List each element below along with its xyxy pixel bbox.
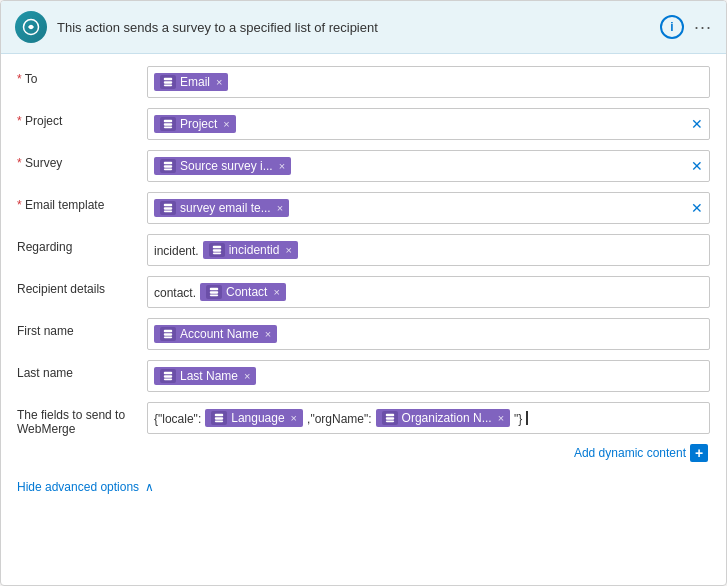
form-body: * To Email × * Project bbox=[1, 54, 726, 470]
survey-clear-btn[interactable]: ✕ bbox=[691, 158, 703, 174]
first-name-field[interactable]: Account Name × bbox=[147, 318, 710, 350]
db-icon bbox=[209, 243, 225, 257]
language-tag-close[interactable]: × bbox=[291, 412, 297, 424]
to-label: * To bbox=[17, 66, 147, 86]
email-template-tag: survey email te... × bbox=[154, 199, 289, 217]
recipient-prefix: contact. bbox=[154, 284, 196, 300]
svg-rect-26 bbox=[215, 417, 223, 420]
survey-tag: Source survey i... × bbox=[154, 157, 291, 175]
first-name-label: First name bbox=[17, 318, 147, 338]
add-dynamic-row: Add dynamic content + bbox=[17, 444, 710, 462]
project-label: * Project bbox=[17, 108, 147, 128]
chevron-up-icon[interactable]: ∧ bbox=[145, 480, 154, 494]
svg-rect-25 bbox=[215, 414, 223, 417]
email-template-clear-btn[interactable]: ✕ bbox=[691, 200, 703, 216]
regarding-tag: incidentid × bbox=[203, 241, 298, 259]
regarding-tag-close[interactable]: × bbox=[285, 244, 291, 256]
to-field[interactable]: Email × bbox=[147, 66, 710, 98]
recipient-details-label: Recipient details bbox=[17, 276, 147, 296]
db-icon bbox=[160, 75, 176, 89]
project-row: * Project Project × ✕ bbox=[17, 108, 710, 142]
db-icon bbox=[206, 285, 222, 299]
email-template-tag-close[interactable]: × bbox=[277, 202, 283, 214]
db-icon bbox=[160, 201, 176, 215]
card-header: This action sends a survey to a specifie… bbox=[1, 1, 726, 54]
svg-rect-13 bbox=[213, 246, 221, 249]
db-icon bbox=[160, 327, 176, 341]
db-icon bbox=[160, 159, 176, 173]
project-tag-close[interactable]: × bbox=[223, 118, 229, 130]
last-name-label: Last name bbox=[17, 360, 147, 380]
webmerge-prefix1: {"locale": bbox=[154, 410, 201, 426]
hide-advanced-section: Hide advanced options ∧ bbox=[1, 470, 726, 506]
last-name-field[interactable]: Last Name × bbox=[147, 360, 710, 392]
recipient-details-tag: Contact × bbox=[200, 283, 286, 301]
svg-rect-1 bbox=[164, 78, 172, 81]
webmerge-row: The fields to send to WebMerge {"locale"… bbox=[17, 402, 710, 436]
project-tag: Project × bbox=[154, 115, 236, 133]
webmerge-tag-language: Language × bbox=[205, 409, 303, 427]
db-icon bbox=[160, 369, 176, 383]
last-name-tag-close[interactable]: × bbox=[244, 370, 250, 382]
first-name-tag: Account Name × bbox=[154, 325, 277, 343]
svg-rect-21 bbox=[164, 337, 172, 339]
project-field[interactable]: Project × ✕ bbox=[147, 108, 710, 140]
svg-rect-22 bbox=[164, 372, 172, 375]
svg-rect-20 bbox=[164, 333, 172, 336]
webmerge-field[interactable]: {"locale": Language × ,"orgName": Organi… bbox=[147, 402, 710, 434]
info-button[interactable]: i bbox=[660, 15, 684, 39]
svg-rect-23 bbox=[164, 375, 172, 378]
webmerge-suffix: "} bbox=[514, 410, 522, 426]
account-name-tag-close[interactable]: × bbox=[265, 328, 271, 340]
survey-tag-close[interactable]: × bbox=[279, 160, 285, 172]
svg-rect-16 bbox=[210, 288, 218, 291]
action-card: This action sends a survey to a specifie… bbox=[0, 0, 727, 586]
db-icon bbox=[211, 411, 227, 425]
svg-rect-14 bbox=[213, 249, 221, 252]
app-icon-svg bbox=[22, 18, 40, 36]
webmerge-label: The fields to send to WebMerge bbox=[17, 402, 147, 436]
svg-rect-24 bbox=[164, 379, 172, 381]
add-dynamic-button[interactable]: + bbox=[690, 444, 708, 462]
recipient-details-row: Recipient details contact. Contact × bbox=[17, 276, 710, 310]
svg-rect-11 bbox=[164, 207, 172, 210]
svg-rect-12 bbox=[164, 211, 172, 213]
more-button[interactable]: ··· bbox=[694, 17, 712, 38]
svg-rect-9 bbox=[164, 169, 172, 171]
regarding-row: Regarding incident. incidentid × bbox=[17, 234, 710, 268]
svg-rect-2 bbox=[164, 81, 172, 84]
add-dynamic-text[interactable]: Add dynamic content bbox=[574, 446, 686, 460]
email-template-field[interactable]: survey email te... × ✕ bbox=[147, 192, 710, 224]
survey-field[interactable]: Source survey i... × ✕ bbox=[147, 150, 710, 182]
svg-rect-28 bbox=[385, 414, 393, 417]
svg-rect-27 bbox=[215, 421, 223, 423]
svg-rect-15 bbox=[213, 253, 221, 255]
email-tag-close[interactable]: × bbox=[216, 76, 222, 88]
svg-rect-29 bbox=[385, 417, 393, 420]
text-cursor bbox=[526, 411, 528, 425]
svg-rect-17 bbox=[210, 291, 218, 294]
webmerge-middle: ,"orgName": bbox=[307, 410, 372, 426]
hide-advanced-text[interactable]: Hide advanced options bbox=[17, 480, 139, 494]
to-tag-email: Email × bbox=[154, 73, 228, 91]
db-icon bbox=[160, 117, 176, 131]
regarding-label: Regarding bbox=[17, 234, 147, 254]
webmerge-tag-org: Organization N... × bbox=[376, 409, 510, 427]
svg-rect-30 bbox=[385, 421, 393, 423]
svg-rect-7 bbox=[164, 162, 172, 165]
svg-rect-3 bbox=[164, 85, 172, 87]
header-title: This action sends a survey to a specifie… bbox=[57, 20, 650, 35]
org-tag-close[interactable]: × bbox=[498, 412, 504, 424]
project-clear-btn[interactable]: ✕ bbox=[691, 116, 703, 132]
survey-label: * Survey bbox=[17, 150, 147, 170]
recipient-details-field[interactable]: contact. Contact × bbox=[147, 276, 710, 308]
app-icon bbox=[15, 11, 47, 43]
to-row: * To Email × bbox=[17, 66, 710, 100]
svg-rect-5 bbox=[164, 123, 172, 126]
last-name-row: Last name Last Name × bbox=[17, 360, 710, 394]
regarding-field[interactable]: incident. incidentid × bbox=[147, 234, 710, 266]
db-icon bbox=[382, 411, 398, 425]
svg-rect-18 bbox=[210, 295, 218, 297]
recipient-tag-close[interactable]: × bbox=[273, 286, 279, 298]
regarding-prefix: incident. bbox=[154, 242, 199, 258]
